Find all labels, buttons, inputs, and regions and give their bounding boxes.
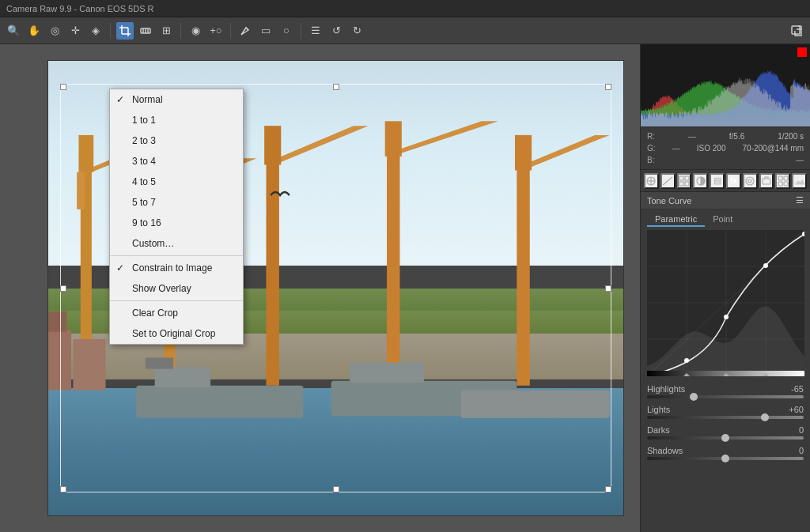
preferences-tool[interactable]: ☰ <box>307 22 324 40</box>
menu-item-set-original[interactable]: Set to Original Crop <box>110 323 243 344</box>
svg-rect-22 <box>387 153 399 385</box>
spot-removal-tool[interactable]: ◉ <box>187 22 204 40</box>
white-balance-tool[interactable]: ◎ <box>46 22 63 40</box>
crop-handle-tl[interactable] <box>60 84 66 90</box>
sliders-section: Highlights -65 Lights +60 <box>641 379 810 471</box>
svg-rect-21 <box>264 126 281 164</box>
menu-item-clear-crop[interactable]: Clear Crop <box>110 303 243 323</box>
menu-item-show-overlay[interactable]: Show Overlay <box>110 278 243 299</box>
tone-curve-menu-icon[interactable]: ☰ <box>796 195 804 206</box>
histogram-canvas <box>641 44 810 126</box>
tab-parametric[interactable]: Parametric <box>647 213 705 227</box>
menu-item-normal[interactable]: Normal <box>110 89 243 110</box>
menu-item-4to5[interactable]: 4 to 5 <box>110 172 243 192</box>
crop-handle-ml[interactable] <box>60 285 66 292</box>
adjustment-brush-tool[interactable] <box>237 22 254 40</box>
red-eye-tool[interactable]: +○ <box>207 22 225 40</box>
crop-handle-bl[interactable] <box>60 486 66 492</box>
highlights-slider-track[interactable] <box>647 395 804 398</box>
tone-curve-graph[interactable] <box>647 230 804 376</box>
basic-panel-icon[interactable] <box>644 173 659 189</box>
svg-rect-42 <box>679 182 683 186</box>
r-label: R: <box>647 130 655 142</box>
lights-slider-track[interactable] <box>647 416 804 419</box>
darks-value: 0 <box>799 425 804 435</box>
svg-point-45 <box>748 179 751 183</box>
tone-curve-tabs: Parametric Point <box>641 209 810 227</box>
tab-point[interactable]: Point <box>705 213 740 227</box>
targeted-adjustment-tool[interactable]: ◈ <box>87 22 104 40</box>
darks-slider-thumb[interactable] <box>721 434 729 442</box>
hand-tool[interactable]: ✋ <box>25 22 43 40</box>
menu-item-constrain[interactable]: Constrain to Image <box>110 258 243 278</box>
hsl-panel-icon[interactable] <box>677 173 692 189</box>
svg-rect-24 <box>385 121 402 157</box>
svg-rect-51 <box>784 182 788 186</box>
menu-separator-1 <box>110 255 243 256</box>
presets-panel-icon[interactable] <box>775 173 790 189</box>
highlights-slider-row: Highlights -65 <box>647 384 804 398</box>
shadows-slider-row: Shadows 0 <box>647 446 804 460</box>
canvas-area: Normal 1 to 1 2 to 3 3 to 4 4 to 5 5 to … <box>0 44 640 532</box>
rotate-cw-tool[interactable]: ↻ <box>348 22 365 40</box>
tool-separator-4 <box>301 23 301 39</box>
open-object-button[interactable] <box>788 22 805 40</box>
crop-tool[interactable] <box>116 22 134 40</box>
darks-slider-track[interactable] <box>647 436 804 440</box>
split-toning-panel-icon[interactable] <box>693 173 708 189</box>
tool-separator-1 <box>110 23 111 39</box>
svg-marker-20 <box>266 126 368 163</box>
effects-panel-icon[interactable] <box>743 173 758 189</box>
tone-curve-title: Tone Curve <box>647 196 691 206</box>
straighten-tool[interactable] <box>137 22 154 40</box>
svg-rect-41 <box>685 176 689 180</box>
shadows-slider-track[interactable] <box>647 457 804 460</box>
svg-point-46 <box>746 177 754 185</box>
title-bar: Camera Raw 9.9 - Canon EOS 5DS R <box>0 0 810 17</box>
svg-rect-48 <box>778 176 782 180</box>
menu-item-9to16[interactable]: 9 to 16 <box>110 213 243 233</box>
menu-item-2to3[interactable]: 2 to 3 <box>110 130 243 151</box>
detail-panel-icon[interactable]: ▤ <box>710 173 725 189</box>
svg-rect-33 <box>461 391 610 418</box>
menu-item-custom[interactable]: Custom… <box>110 233 243 254</box>
rotate-ccw-tool[interactable]: ↺ <box>327 22 345 40</box>
crop-handle-bc[interactable] <box>333 486 339 492</box>
camera-calibration-panel-icon[interactable] <box>759 173 774 189</box>
menu-separator-2 <box>110 300 243 301</box>
svg-rect-47 <box>763 179 770 184</box>
svg-rect-19 <box>266 163 278 386</box>
right-panel: R: — f/5.6 1/200 s G: — ISO 200 70-200@1… <box>640 44 810 532</box>
svg-rect-30 <box>146 358 173 369</box>
svg-rect-36 <box>73 339 105 391</box>
zoom-tool[interactable]: 🔍 <box>5 22 22 40</box>
menu-item-5to7[interactable]: 5 to 7 <box>110 192 243 213</box>
tone-curve-canvas <box>647 230 804 376</box>
svg-marker-23 <box>387 121 498 153</box>
svg-rect-9 <box>792 26 800 34</box>
color-sampler-tool[interactable]: ✛ <box>66 22 84 40</box>
fx-panel-icon[interactable]: fx <box>726 173 741 189</box>
darks-slider-row: Darks 0 <box>647 425 804 440</box>
radial-filter-tool[interactable]: ○ <box>278 22 295 40</box>
snapshots-panel-icon[interactable] <box>792 173 807 189</box>
g-value: — <box>672 142 680 154</box>
shadows-slider-thumb[interactable] <box>721 455 729 462</box>
lights-value: +60 <box>789 405 804 414</box>
crop-handle-mr[interactable] <box>605 285 611 292</box>
highlights-slider-thumb[interactable] <box>690 393 698 401</box>
graduated-filter-tool[interactable]: ▭ <box>257 22 274 40</box>
lights-slider-thumb[interactable] <box>761 413 769 421</box>
menu-item-1to1[interactable]: 1 to 1 <box>110 110 243 130</box>
menu-item-3to4[interactable]: 3 to 4 <box>110 151 243 172</box>
svg-rect-29 <box>155 367 210 387</box>
transform-tool[interactable]: ⊞ <box>157 22 175 40</box>
crop-handle-tc[interactable] <box>333 84 339 90</box>
tone-curve-panel-icon[interactable] <box>660 173 676 189</box>
crop-handle-br[interactable] <box>605 486 611 492</box>
svg-rect-15 <box>78 135 93 172</box>
toolbar: 🔍 ✋ ◎ ✛ ◈ ⊞ ◉ +○ ▭ ○ ☰ ↺ ↻ <box>0 17 810 44</box>
highlight-clipping-indicator[interactable] <box>797 47 807 57</box>
crop-handle-tr[interactable] <box>605 84 611 90</box>
svg-line-8 <box>246 28 248 30</box>
